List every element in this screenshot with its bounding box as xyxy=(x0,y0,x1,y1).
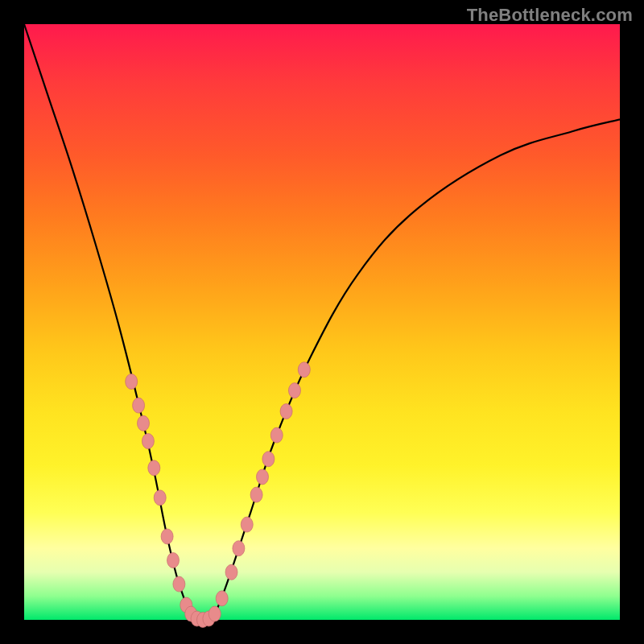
data-marker xyxy=(173,576,185,592)
data-marker xyxy=(167,553,180,568)
bottleneck-curve xyxy=(24,24,620,621)
chart-svg xyxy=(24,24,620,620)
data-marker xyxy=(148,460,160,476)
chart-gradient-area xyxy=(24,24,620,620)
data-marker xyxy=(298,362,310,378)
data-marker xyxy=(216,591,228,606)
data-marker xyxy=(133,398,145,413)
data-marker xyxy=(262,452,275,467)
chart-stage: TheBottleneck.com xyxy=(0,0,644,644)
data-marker xyxy=(225,564,237,580)
data-marker xyxy=(208,606,221,621)
data-marker xyxy=(233,541,245,556)
data-marker xyxy=(126,374,138,390)
data-marker xyxy=(288,383,300,398)
data-marker xyxy=(241,517,253,532)
data-marker xyxy=(138,415,150,431)
data-marker xyxy=(250,487,262,502)
data-marker xyxy=(142,434,154,449)
data-marker xyxy=(161,529,173,544)
watermark-text: TheBottleneck.com xyxy=(467,5,633,26)
data-markers xyxy=(126,362,311,628)
data-marker xyxy=(280,404,292,419)
data-marker xyxy=(270,427,283,443)
data-marker xyxy=(154,490,166,506)
data-marker xyxy=(257,469,269,485)
